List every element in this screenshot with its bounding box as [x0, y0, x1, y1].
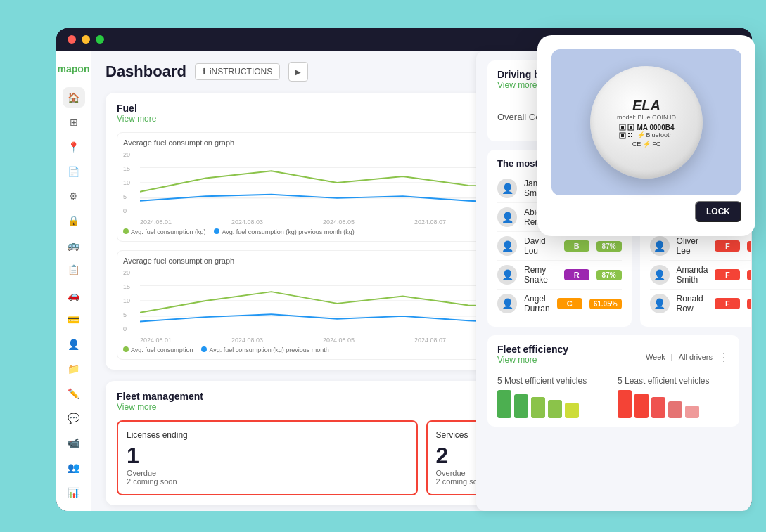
bar — [651, 397, 665, 418]
sidebar-item-folder[interactable]: 📁 — [63, 358, 85, 379]
minimize-dot[interactable] — [82, 35, 90, 44]
driver-score: 10% — [747, 299, 751, 309]
fleet-efficiency-view-more[interactable]: View more — [497, 355, 568, 365]
sidebar-item-lock[interactable]: 🔒 — [63, 211, 85, 231]
driver-avatar: 👤 — [497, 207, 517, 227]
sidebar-item-car[interactable]: 🚗 — [63, 285, 85, 305]
fleet-efficiency-card: Fleet efficiency View more Week | All dr… — [487, 335, 739, 427]
sidebar-item-settings[interactable]: ⚙ — [63, 186, 85, 207]
svg-rect-16 — [628, 136, 630, 137]
play-button[interactable]: ▶ — [288, 62, 308, 82]
sidebar-item-reports[interactable]: 📄 — [63, 161, 85, 181]
fleet-efficiency-title: Fleet efficiency — [497, 344, 568, 355]
licenses-count: 1 — [127, 443, 408, 469]
logo-accent: on — [77, 63, 89, 74]
fe-period[interactable]: Week — [646, 353, 665, 361]
bar — [668, 401, 682, 418]
sidebar-item-vehicles[interactable]: 🚌 — [63, 235, 85, 256]
driver-score: 20% — [747, 241, 751, 252]
fleet-management-view-more[interactable]: View more — [117, 402, 203, 412]
svg-rect-17 — [631, 136, 632, 137]
fleet-efficiency-menu[interactable]: ⋮ — [718, 351, 729, 364]
legend1-text: Avg. fuel consumption (kg) — [131, 228, 205, 235]
svg-rect-9 — [621, 126, 624, 129]
fuel-y-axis: 20151050 — [123, 151, 133, 214]
bar — [531, 397, 545, 418]
driver-grade: C — [557, 298, 582, 309]
driver-row: 👤 Oliver Lee F 20% — [650, 232, 751, 261]
sidebar-item-team[interactable]: 👥 — [63, 458, 85, 478]
driver-name: Oliver Lee — [677, 236, 708, 256]
driver-row: 👤 Angel Durran C 61.05% — [497, 290, 622, 318]
sidebar-item-edit[interactable]: ✏️ — [63, 384, 85, 404]
driver-row: 👤 David Lou B 87% — [497, 232, 622, 261]
driver-name: Ronald Row — [677, 294, 708, 313]
bar — [685, 406, 699, 418]
most-efficient-vehicles: 5 Most efficient vehicles — [497, 376, 609, 418]
driver-avatar: 👤 — [497, 236, 517, 256]
overall-label: Overall Co — [497, 112, 540, 122]
licenses-title: Licenses ending — [127, 430, 408, 440]
fe-scope[interactable]: All drivers — [679, 353, 713, 361]
fleet-efficiency-controls: Week | All drivers — [646, 353, 713, 361]
svg-rect-11 — [630, 126, 632, 129]
driver-score: 87% — [596, 270, 622, 280]
sidebar-item-user[interactable]: 👤 — [63, 334, 85, 354]
ela-mac-text: MA 0000B4 — [637, 124, 675, 131]
licenses-overdue-label: Overdue — [127, 469, 156, 477]
driver-avatar: 👤 — [650, 265, 670, 285]
sidebar-item-messages[interactable]: 💬 — [63, 408, 85, 429]
instructions-button[interactable]: ℹ iNSTRUCTIONS — [195, 63, 280, 80]
fuel-y-axis-2: 20151050 — [123, 269, 133, 332]
fleet-efficiency-header: Fleet efficiency View more Week | All dr… — [497, 344, 729, 370]
driver-avatar: 👤 — [497, 265, 517, 285]
driver-avatar: 👤 — [650, 294, 670, 313]
driver-name: Angel Durran — [524, 294, 550, 313]
driver-score: 61.05% — [589, 299, 622, 309]
sidebar-item-camera[interactable]: 📹 — [63, 433, 85, 453]
ela-model: model: Blue COIN ID — [617, 114, 676, 121]
driver-grade: B — [564, 240, 589, 252]
ela-mac-row: MA 0000B4 ⚡ Bluetooth — [619, 124, 675, 139]
driver-name: Remy Snake — [524, 265, 557, 285]
sidebar-item-grid[interactable]: ⊞ — [63, 112, 85, 132]
driver-grade: F — [715, 298, 740, 309]
sidebar-item-stats[interactable]: 📊 — [63, 482, 85, 502]
most-efficient-vehicles-title: 5 Most efficient vehicles — [497, 376, 609, 386]
sidebar-item-list[interactable]: 📋 — [63, 260, 85, 280]
legend2-text: Avg. fuel consumption (kg) previous mont… — [222, 228, 354, 235]
sidebar-item-cards[interactable]: 💳 — [63, 309, 85, 330]
sidebar: mapon 🏠 ⊞ 📍 📄 ⚙ 🔒 🚌 📋 🚗 💳 👤 📁 ✏️ 💬 📹 👥 📊 — [56, 51, 91, 511]
licenses-item: Licenses ending 1 Overdue 2 coming soon — [117, 420, 418, 495]
driver-grade: F — [715, 269, 740, 280]
driver-avatar: 👤 — [497, 294, 517, 313]
ela-mac-address: MA 0000B4 ⚡ Bluetooth — [637, 124, 675, 138]
ela-actions: LOCK — [551, 201, 741, 222]
fleet-management-title: Fleet management — [117, 391, 203, 402]
sidebar-item-dashboard[interactable]: 🏠 — [63, 87, 85, 108]
ela-bluetooth: ⚡ Bluetooth — [637, 131, 675, 138]
bar — [514, 394, 528, 418]
page-title: Dashboard — [106, 63, 186, 81]
driver-avatar: 👤 — [497, 179, 517, 198]
bar — [618, 390, 632, 418]
licenses-overdue: Overdue — [127, 469, 408, 477]
ela-device-popup: ELA model: Blue COIN ID MA 0000 — [537, 35, 755, 236]
driver-grade: F — [715, 240, 740, 252]
ela-certifications: CE ⚡ FC — [632, 141, 661, 148]
close-dot[interactable] — [68, 35, 76, 44]
sidebar-item-map[interactable]: 📍 — [63, 136, 85, 157]
bluetooth-icon: ⚡ — [637, 131, 645, 138]
ela-device-background: ELA model: Blue COIN ID MA 0000 — [551, 49, 741, 195]
maximize-dot[interactable] — [96, 35, 104, 44]
ela-title: ELA — [632, 98, 660, 114]
driver-row: 👤 Amanda Smith F 15% — [650, 261, 751, 290]
lock-button[interactable]: LOCK — [695, 201, 741, 222]
driver-score: 87% — [596, 241, 622, 252]
services-overdue-label: Overdue — [436, 469, 466, 477]
fuel-view-more[interactable]: View more — [117, 114, 156, 124]
bar — [497, 390, 511, 418]
licenses-coming-soon: 2 coming soon — [127, 477, 408, 486]
least-efficient-vehicles-title: 5 Least efficient vehicles — [618, 376, 729, 386]
driver-row: 👤 Remy Snake R 87% — [497, 261, 622, 290]
